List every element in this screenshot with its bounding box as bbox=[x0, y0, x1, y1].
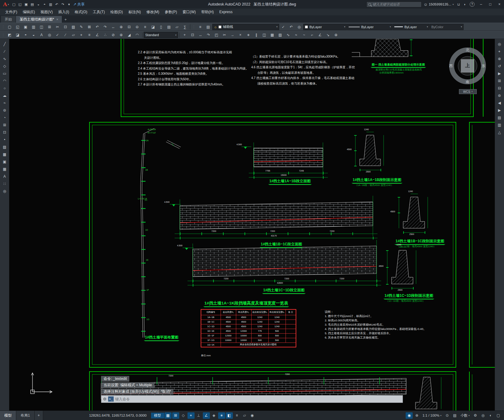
tab-layout1[interactable]: 布局1 bbox=[16, 411, 35, 420]
draworder-under-icon[interactable]: ◒ bbox=[30, 32, 37, 38]
pan-icon[interactable]: ↔ bbox=[109, 24, 117, 30]
circle-icon[interactable]: ○ bbox=[1, 85, 8, 91]
object-snap-icon[interactable]: ◧ bbox=[226, 412, 233, 419]
publish-icon[interactable]: ⊞ bbox=[46, 24, 53, 30]
extend-icon[interactable]: → bbox=[229, 32, 236, 38]
menu-item[interactable]: Express bbox=[217, 10, 235, 14]
new-layout-button[interactable]: + bbox=[35, 411, 43, 420]
draworder-back-icon[interactable]: ◪ bbox=[14, 32, 21, 38]
viewcube-south-label[interactable]: 南 bbox=[466, 79, 469, 85]
draworder-front-icon[interactable]: ◩ bbox=[6, 32, 13, 38]
drawing-canvas[interactable]: 2.2 本设计所采用标高均为绝对标高，±0.000相当于绝对标高值详见相 关设计… bbox=[9, 39, 495, 411]
distance-icon[interactable]: ∕ bbox=[62, 32, 69, 38]
sheet-set-icon[interactable]: ▤ bbox=[165, 24, 173, 30]
qnew-icon[interactable]: ▢ bbox=[6, 24, 13, 30]
dynamic-input-icon[interactable]: ⌖ bbox=[188, 412, 195, 419]
saveas-icon[interactable]: ▤ bbox=[29, 1, 35, 7]
gradient-icon[interactable]: ▩ bbox=[1, 151, 8, 157]
markup-icon[interactable]: ▱ bbox=[173, 24, 181, 30]
point-icon[interactable]: • bbox=[1, 136, 8, 143]
add-selected-icon[interactable]: ∷ bbox=[1, 180, 8, 187]
scale-icon[interactable]: ◰ bbox=[213, 32, 220, 38]
toolbar-grip[interactable]: ⋮ bbox=[192, 25, 195, 29]
ortho-icon[interactable]: ⊥ bbox=[195, 412, 202, 419]
list-icon[interactable]: ≡ bbox=[85, 32, 93, 38]
trim-icon[interactable]: ✂ bbox=[221, 32, 228, 38]
viewcube-north-label[interactable]: 北 bbox=[466, 47, 469, 53]
color-dropdown[interactable]: ByLayer ▾ bbox=[303, 24, 347, 30]
save-web-icon[interactable]: ◓ bbox=[41, 1, 47, 7]
customize-wrench-icon[interactable]: ⚙ bbox=[103, 397, 107, 401]
zoom-window-icon[interactable]: ⊟ bbox=[125, 24, 133, 30]
divide-icon[interactable]: ∴ bbox=[101, 32, 109, 38]
open-web-icon[interactable]: ◒ bbox=[35, 1, 41, 7]
command-bar[interactable]: ⚙ >_ bbox=[101, 395, 403, 403]
block-icon[interactable]: ⊠ bbox=[85, 24, 93, 30]
measure-icon[interactable]: ∠ bbox=[93, 32, 101, 38]
stretch-icon[interactable]: ↔ bbox=[197, 32, 204, 38]
viewcube-east-label[interactable]: 东 bbox=[482, 63, 485, 69]
cart-icon[interactable]: ⊔ bbox=[456, 1, 462, 7]
redo-icon[interactable]: ↷ bbox=[101, 24, 109, 30]
maximize-button[interactable]: □ bbox=[486, 0, 495, 9]
named-views-icon[interactable]: ▤ bbox=[496, 114, 503, 121]
clean-screen-icon[interactable]: ▢ bbox=[495, 412, 502, 419]
annotation-visibility-icon[interactable]: ◉ bbox=[406, 412, 413, 419]
free-orbit-icon[interactable]: ⊚ bbox=[496, 92, 503, 99]
plotstyle-dropdown[interactable]: ByColor ▾ bbox=[430, 24, 464, 30]
polyline-edit-icon[interactable]: ∿ bbox=[284, 32, 292, 38]
draworder-above-icon[interactable]: ◓ bbox=[22, 32, 29, 38]
search-input[interactable] bbox=[373, 2, 420, 6]
zoom-previous-icon[interactable]: ⊖ bbox=[133, 24, 141, 30]
isodraft-icon[interactable]: ◈ bbox=[210, 412, 218, 419]
close-tab-icon[interactable]: × bbox=[56, 17, 58, 21]
linetype-dropdown[interactable]: ByLayer ▾ bbox=[347, 24, 392, 30]
zoom-realtime-icon[interactable]: ⊕ bbox=[117, 24, 125, 30]
infer-constraints-icon[interactable]: ◇ bbox=[180, 412, 187, 419]
rectangle-icon[interactable]: ▭ bbox=[1, 70, 8, 77]
autoscale-icon[interactable]: ⊕ bbox=[413, 412, 420, 419]
save-icon[interactable]: ▣ bbox=[22, 24, 29, 30]
open-icon[interactable]: ◱ bbox=[17, 1, 23, 7]
center-mark-icon[interactable]: ⊕ bbox=[332, 32, 340, 38]
erase-icon[interactable]: × bbox=[237, 32, 244, 38]
table-icon[interactable]: ▦ bbox=[1, 166, 8, 172]
menu-item[interactable]: 帮助(H) bbox=[199, 9, 217, 15]
multiline-text-icon[interactable]: A bbox=[1, 173, 8, 180]
zoom-window-nav-icon[interactable]: ⊞ bbox=[496, 78, 503, 84]
spline-edit-icon[interactable]: ~ bbox=[300, 32, 308, 38]
leader-icon[interactable]: ↘ bbox=[324, 32, 332, 38]
workspace-switching-icon[interactable]: ⚙ bbox=[472, 412, 479, 419]
array-icon[interactable]: ▦ bbox=[268, 32, 276, 38]
plot-icon[interactable]: ▥ bbox=[47, 1, 54, 7]
ellipse-icon[interactable]: ⊜ bbox=[1, 107, 8, 113]
viewcube-top-face[interactable]: 上 bbox=[465, 62, 470, 69]
snap-icon[interactable]: ⊞ bbox=[172, 412, 179, 419]
tab-drawing[interactable]: 某挡土墙结构设计图* × bbox=[16, 16, 62, 23]
undo-icon[interactable]: ↶ bbox=[54, 1, 60, 7]
text-icon[interactable]: A bbox=[38, 32, 45, 38]
make-block-icon[interactable]: ⊡ bbox=[1, 129, 8, 135]
explode-icon[interactable]: ∗ bbox=[244, 32, 252, 38]
paste-icon[interactable]: ▧ bbox=[70, 24, 77, 30]
account-button[interactable]: ☺ 1505999135... ▾ bbox=[423, 2, 454, 7]
cut-icon[interactable]: ✂ bbox=[54, 24, 61, 30]
break-icon[interactable]: ⊘ bbox=[109, 32, 117, 38]
region-icon[interactable]: ▣ bbox=[1, 158, 8, 165]
offset-icon[interactable]: ∥ bbox=[252, 32, 260, 38]
open-icon[interactable]: ◱ bbox=[14, 24, 21, 30]
mirror-icon[interactable]: ◫ bbox=[260, 32, 268, 38]
fillet-icon[interactable]: ◠ bbox=[133, 32, 141, 38]
notification-icon[interactable]: ◗ bbox=[462, 1, 468, 7]
pan-hand-icon[interactable]: ⌖ bbox=[496, 48, 503, 55]
annotation-scale-button[interactable]: 1:1 / 100% ▾ bbox=[421, 414, 443, 417]
quick-properties-icon[interactable]: ▤ bbox=[451, 412, 458, 419]
ellipse-arc-icon[interactable]: ◔ bbox=[1, 114, 8, 121]
arc-icon[interactable]: ◠ bbox=[1, 78, 8, 84]
menu-item[interactable]: 文件(F) bbox=[2, 9, 20, 15]
grid-icon[interactable]: ▦ bbox=[165, 412, 172, 419]
menu-item[interactable]: 工具(T) bbox=[90, 9, 108, 15]
isolate-objects-icon[interactable]: ◎ bbox=[479, 412, 487, 419]
undo-icon[interactable]: ↶ bbox=[93, 24, 101, 30]
lock-ui-icon[interactable]: △ bbox=[496, 129, 503, 135]
